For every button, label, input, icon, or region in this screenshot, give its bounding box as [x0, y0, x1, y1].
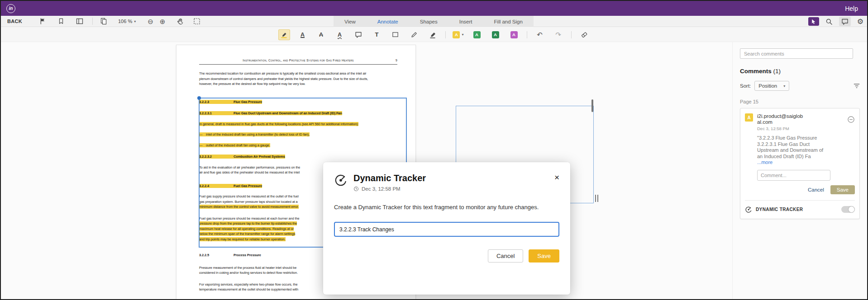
comment-card[interactable]: A i2i.product@saiglob al.com Dec 3, 12:5… [740, 108, 860, 219]
zoom-out-icon[interactable]: ⊖ [148, 17, 153, 26]
pencil-tool[interactable] [408, 29, 420, 40]
comment-page-label: Page 15 [740, 99, 860, 104]
comment-author-block: i2i.product@saiglob al.com Dec 3, 12:58 … [757, 113, 803, 131]
modal-description: Create a Dynamic Tracker for this text f… [334, 202, 541, 212]
sort-value: Position [758, 83, 777, 89]
close-icon[interactable]: × [554, 173, 559, 182]
chevron-down-icon: ▾ [783, 84, 785, 88]
modal-title-block: Dynamic Tracker Dec 3, 12:58 PM [353, 173, 426, 192]
selection-anchor-dot[interactable] [197, 96, 201, 100]
toolbar-separator [445, 31, 446, 38]
marquee-select-icon[interactable] [193, 17, 200, 26]
modal-timestamp: Dec 3, 12:58 PM [362, 186, 401, 192]
tab-fill-and-sign[interactable]: Fill and Sign [483, 16, 534, 27]
modal-timestamp-row: Dec 3, 12:58 PM [353, 186, 426, 192]
hand-tool-icon[interactable] [177, 17, 184, 26]
panel-resize-handle[interactable] [595, 195, 598, 202]
sort-dropdown[interactable]: Position ▾ [754, 81, 789, 91]
tab-view[interactable]: View [334, 16, 367, 27]
strikeout-tool[interactable]: A [315, 29, 327, 40]
dynamic-tracker-row: DYNAMIC TRACKER [745, 200, 855, 213]
highlight-tool[interactable] [278, 29, 290, 40]
preset-style-pink[interactable]: A [508, 29, 520, 40]
pink-swatch-icon: A [510, 31, 518, 38]
annotation-toolbar: A A A T A ▾ A A A ↶ ↷ [1, 28, 867, 42]
modal-save-button[interactable]: Save [529, 249, 559, 262]
preset-style-green-1[interactable]: A [471, 29, 483, 40]
green-swatch-icon: A [492, 31, 499, 38]
heading-number: 3.2.2.5 [199, 253, 234, 258]
collapse-comment-icon[interactable] [847, 116, 855, 125]
main-toolbar: BACK 106 % ▾ ⊖ ⊕ [1, 16, 867, 27]
comment-body: "3.2.2.3 Flue Gas Pressure 3.2.2.3.1 Flu… [757, 135, 826, 166]
marker-tool[interactable] [427, 29, 439, 40]
text-tool[interactable]: T [371, 29, 383, 40]
comments-title: Comments (1) [740, 68, 860, 75]
chevron-down-icon: ▾ [134, 19, 136, 23]
sort-label: Sort: [740, 83, 751, 89]
dynamic-tracker-icon [334, 173, 348, 187]
smart-select-icon[interactable] [808, 17, 819, 26]
side-panel-icon[interactable] [76, 17, 83, 26]
dynamic-tracker-modal: Dynamic Tracker Dec 3, 12:58 PM × Create… [323, 162, 570, 295]
highlight-color-swatch[interactable]: A ▾ [453, 29, 464, 40]
zoom-in-icon[interactable]: ⊕ [160, 17, 166, 26]
search-icon[interactable] [825, 17, 833, 26]
squiggly-tool[interactable]: A [334, 29, 346, 40]
sort-row: Sort: Position ▾ [740, 81, 860, 91]
toolbar-right-group: ⚙ [808, 16, 863, 27]
header-rule [199, 64, 397, 65]
filter-icon[interactable] [854, 83, 860, 89]
dynamic-tracker-icon [745, 206, 752, 213]
comment-author: al.com [757, 119, 803, 125]
reply-comment-input[interactable] [757, 170, 830, 181]
top-bar: in Help [1, 1, 867, 16]
comments-panel: Comments (1) Sort: Position ▾ Page 15 A [732, 42, 867, 299]
zoom-level-value: 106 % [118, 19, 132, 24]
comment-author: i2i.product@saiglob [757, 113, 803, 119]
dynamic-tracker-label: DYNAMIC TRACKER [756, 207, 803, 212]
underline-tool[interactable]: A [297, 29, 309, 40]
bookmark-icon[interactable] [58, 17, 64, 26]
comments-count: (1) [773, 68, 781, 75]
tab-shapes[interactable]: Shapes [409, 16, 448, 27]
modal-cancel-button[interactable]: Cancel [488, 249, 523, 262]
back-button[interactable]: BACK [7, 19, 22, 24]
undo-button[interactable]: ↶ [534, 29, 546, 40]
sticky-note-tool[interactable] [353, 29, 364, 40]
pages-icon[interactable] [100, 17, 107, 26]
flag-icon[interactable] [39, 17, 46, 26]
toolbar-separator [571, 31, 572, 38]
app-logo: in [6, 4, 15, 13]
doc-paragraph: The recommended location for combustion … [199, 71, 397, 87]
tracker-name-input[interactable] [334, 222, 559, 237]
clock-icon [353, 186, 359, 192]
modal-actions: Cancel Save [334, 249, 559, 262]
doc-line: plenum downstream of control dampers and… [199, 76, 397, 82]
tab-insert[interactable]: Insert [448, 16, 483, 27]
document-running-header: Instrumentation, Control, and Protective… [199, 59, 397, 62]
eraser-tool[interactable] [578, 29, 590, 40]
redo-button[interactable]: ↷ [553, 29, 564, 40]
comment-timestamp: Dec 3, 12:58 PM [757, 126, 803, 131]
highlight-annotation-icon: A [745, 113, 753, 122]
gear-icon[interactable]: ⚙ [857, 18, 863, 25]
preset-style-green-2[interactable]: A [490, 29, 501, 40]
comments-panel-icon[interactable] [839, 17, 851, 26]
doc-line: The recommended location for combustion … [199, 71, 397, 76]
heading-title: Process Pressure [234, 253, 261, 257]
zoom-level-dropdown[interactable]: 106 % ▾ [118, 19, 136, 24]
dynamic-tracker-toggle[interactable] [841, 206, 855, 213]
running-header-text: Instrumentation, Control, and Protective… [243, 59, 353, 62]
comment-save-button[interactable]: Save [830, 185, 855, 194]
help-link[interactable]: Help [845, 5, 858, 12]
tab-annotate[interactable]: Annotate [367, 16, 409, 27]
comment-cancel-button[interactable]: Cancel [808, 187, 824, 192]
mode-tabs: View Annotate Shapes Insert Fill and Sig… [334, 16, 534, 27]
viewer-scrollbar-thumb[interactable] [591, 99, 593, 112]
app-logo-text: in [9, 6, 13, 11]
search-comments-input[interactable] [740, 48, 853, 59]
more-link[interactable]: ...more [757, 159, 773, 165]
shape-tool[interactable] [390, 29, 401, 40]
comment-header: A i2i.product@saiglob al.com Dec 3, 12:5… [745, 113, 855, 131]
